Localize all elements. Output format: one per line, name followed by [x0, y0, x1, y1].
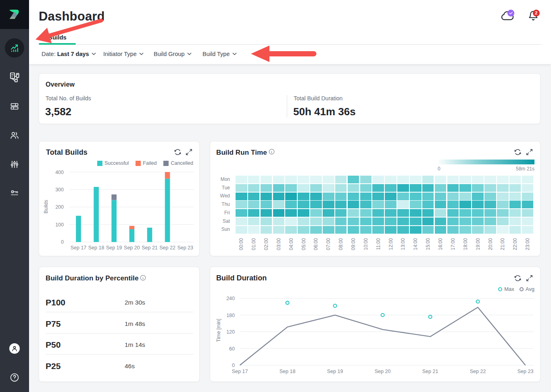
svg-text:Sep 20: Sep 20 [375, 369, 391, 374]
svg-text:Builds: Builds [43, 200, 49, 214]
svg-text:240: 240 [226, 296, 235, 301]
svg-text:100: 100 [55, 222, 64, 228]
svg-text:Sep 23: Sep 23 [518, 369, 534, 374]
svg-text:200: 200 [55, 204, 64, 210]
svg-text:0: 0 [232, 363, 235, 368]
svg-text:Sep 19: Sep 19 [106, 245, 122, 251]
svg-text:Sep 22: Sep 22 [159, 245, 175, 251]
svg-text:Sep 22: Sep 22 [470, 369, 486, 374]
svg-text:Sep 23: Sep 23 [177, 245, 193, 251]
svg-text:Sep 18: Sep 18 [88, 245, 104, 251]
svg-text:120: 120 [226, 329, 235, 335]
svg-text:Sep 20: Sep 20 [124, 245, 140, 251]
svg-text:Sep 19: Sep 19 [327, 369, 343, 374]
svg-text:Sep 21: Sep 21 [422, 369, 438, 374]
svg-text:Time [min]: Time [min] [216, 319, 221, 342]
svg-text:180: 180 [226, 313, 235, 318]
svg-text:Sep 21: Sep 21 [142, 245, 158, 251]
svg-text:60: 60 [229, 346, 235, 352]
svg-text:Sep 17: Sep 17 [232, 369, 248, 374]
svg-text:0: 0 [61, 239, 64, 245]
svg-text:Sep 18: Sep 18 [280, 369, 296, 374]
svg-text:400: 400 [55, 170, 64, 175]
svg-text:300: 300 [55, 187, 64, 193]
svg-text:Sep 17: Sep 17 [71, 245, 87, 251]
